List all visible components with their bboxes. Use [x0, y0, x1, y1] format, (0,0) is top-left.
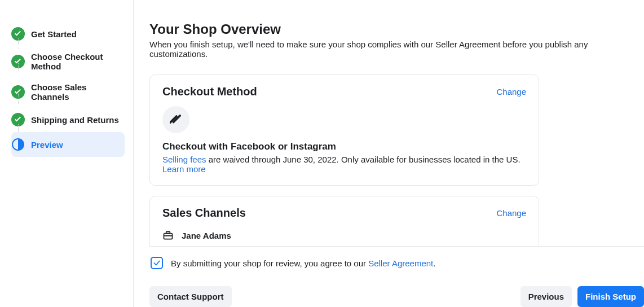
- change-channels-link[interactable]: Change: [496, 208, 526, 218]
- step-label: Get Started: [31, 29, 77, 39]
- change-checkout-link[interactable]: Change: [496, 87, 526, 97]
- learn-more-link[interactable]: Learn more: [162, 164, 206, 174]
- card-title: Sales Channels: [162, 207, 246, 220]
- seller-agreement-link[interactable]: Seller Agreement: [368, 258, 433, 268]
- sidebar: Get Started Choose Checkout Method Choos…: [0, 0, 134, 307]
- checkout-method-card: Checkout Method Change Checkout with Fac…: [149, 74, 539, 186]
- channel-row: Jane Adams: [162, 227, 526, 241]
- briefcase-icon: [162, 230, 174, 241]
- check-circle-icon: [11, 27, 25, 41]
- checkout-subhead: Checkout with Facebook or Instagram: [162, 141, 526, 152]
- svg-rect-8: [166, 231, 170, 233]
- agree-row: By submitting your shop for review, you …: [149, 257, 644, 269]
- card-header: Sales Channels Change: [162, 207, 526, 220]
- card-title: Checkout Method: [162, 85, 257, 98]
- selling-fees-link[interactable]: Selling fees: [162, 155, 206, 164]
- checkout-desc: Selling fees are waived through June 30,…: [162, 155, 526, 174]
- desc-text: are waived through June 30, 2022. Only a…: [206, 155, 521, 164]
- check-circle-icon: [11, 55, 25, 68]
- agree-checkbox[interactable]: [151, 257, 163, 269]
- sidebar-item-preview[interactable]: Preview: [11, 132, 125, 157]
- sidebar-item-get-started[interactable]: Get Started: [11, 21, 125, 46]
- footer: By submitting your shop for review, you …: [149, 246, 644, 307]
- right-actions: Previous Finish Setup: [521, 286, 644, 307]
- page-title: Your Shop Overview: [149, 21, 644, 37]
- main-content: Your Shop Overview When you finish setup…: [134, 0, 644, 307]
- action-bar: Contact Support Previous Finish Setup: [149, 286, 644, 307]
- step-label: Choose Sales Channels: [31, 82, 120, 102]
- finish-setup-button[interactable]: Finish Setup: [577, 286, 644, 307]
- contact-support-button[interactable]: Contact Support: [149, 286, 232, 307]
- channel-name: Jane Adams: [182, 231, 231, 240]
- sidebar-item-shipping-returns[interactable]: Shipping and Returns: [11, 107, 125, 132]
- step-label: Shipping and Returns: [31, 115, 119, 125]
- sidebar-item-choose-checkout[interactable]: Choose Checkout Method: [11, 46, 125, 77]
- check-icon: [153, 259, 161, 267]
- agree-prefix: By submitting your shop for review, you …: [171, 258, 368, 268]
- sidebar-item-choose-channels[interactable]: Choose Sales Channels: [11, 77, 125, 107]
- previous-button[interactable]: Previous: [521, 286, 572, 307]
- card-header: Checkout Method Change: [162, 85, 526, 98]
- step-label: Choose Checkout Method: [31, 52, 120, 71]
- check-circle-icon: [11, 85, 25, 99]
- half-circle-icon: [11, 138, 25, 151]
- agree-text: By submitting your shop for review, you …: [171, 258, 435, 268]
- sales-channels-card: Sales Channels Change Jane Adams: [149, 196, 539, 246]
- agree-suffix: .: [433, 258, 435, 268]
- page-subtitle: When you finish setup, we'll need to mak…: [149, 40, 644, 59]
- cards-scroll: Checkout Method Change Checkout with Fac…: [149, 74, 644, 246]
- check-circle-icon: [11, 113, 25, 126]
- payment-stripes-icon: [162, 106, 189, 133]
- step-label: Preview: [31, 140, 63, 150]
